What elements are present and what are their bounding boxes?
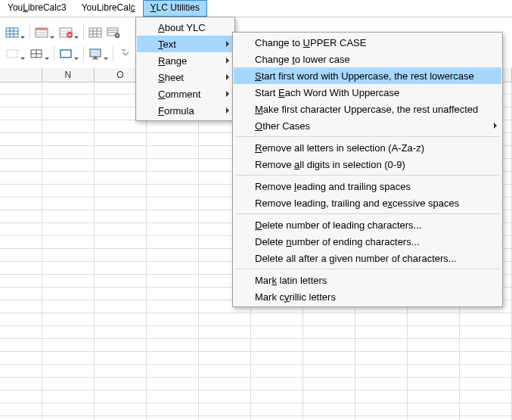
cell[interactable]	[355, 365, 408, 378]
cell[interactable]	[0, 223, 42, 236]
toolbar-btn-table-remove[interactable]	[57, 24, 80, 41]
cell[interactable]	[95, 365, 147, 378]
cell[interactable]	[42, 390, 95, 403]
cell[interactable]	[42, 107, 95, 120]
cell[interactable]	[147, 300, 199, 313]
cell[interactable]	[0, 326, 42, 339]
cell[interactable]	[147, 210, 199, 223]
cell[interactable]	[303, 403, 355, 416]
cell[interactable]	[95, 300, 147, 313]
cell[interactable]	[0, 120, 42, 133]
cell[interactable]	[42, 352, 95, 365]
cell[interactable]	[0, 390, 42, 403]
cell[interactable]	[0, 275, 42, 288]
cell[interactable]	[147, 288, 199, 300]
cell[interactable]	[408, 313, 460, 326]
cell[interactable]	[408, 390, 460, 403]
cell[interactable]	[42, 185, 95, 198]
menu-item[interactable]: Delete all after a given number of chara…	[234, 250, 501, 266]
cell[interactable]	[95, 249, 147, 262]
menu-item[interactable]: Range	[137, 52, 234, 69]
cell[interactable]	[460, 378, 512, 390]
menu-item[interactable]: Make first character Uppercase, the rest…	[234, 101, 501, 117]
cell[interactable]	[199, 313, 251, 326]
cell[interactable]	[95, 275, 147, 288]
cell[interactable]	[147, 365, 199, 378]
cell[interactable]	[199, 403, 251, 416]
toolbar-btn-table-grid[interactable]	[87, 24, 104, 41]
cell[interactable]	[95, 352, 147, 365]
cell[interactable]	[0, 146, 42, 159]
cell[interactable]	[147, 185, 199, 198]
menu-ylc-utilities[interactable]: YLC Utilities	[143, 0, 207, 17]
cell[interactable]	[0, 300, 42, 313]
cell[interactable]	[42, 326, 95, 339]
cell[interactable]	[147, 146, 199, 159]
cell[interactable]	[0, 339, 42, 352]
menu-item[interactable]: Formula	[137, 102, 234, 119]
cell[interactable]	[355, 326, 408, 339]
cell[interactable]	[0, 159, 42, 172]
cell[interactable]	[0, 313, 42, 326]
cell[interactable]	[95, 378, 147, 390]
cell[interactable]	[42, 82, 95, 95]
cell[interactable]	[95, 146, 147, 159]
cell[interactable]	[0, 352, 42, 365]
cell[interactable]	[460, 352, 512, 365]
cell[interactable]	[42, 378, 95, 390]
cell[interactable]	[95, 326, 147, 339]
menu-item[interactable]: Change to lower case	[234, 51, 501, 67]
cell[interactable]	[147, 172, 199, 185]
cell[interactable]	[355, 313, 408, 326]
cell[interactable]	[42, 120, 95, 133]
toolbar-btn-screen[interactable]	[87, 45, 110, 62]
cell[interactable]	[95, 210, 147, 223]
cell[interactable]	[408, 365, 460, 378]
toolbar-btn-borders[interactable]	[28, 45, 51, 62]
cell[interactable]	[460, 390, 512, 403]
cell[interactable]	[147, 120, 199, 133]
cell[interactable]	[303, 313, 355, 326]
cell[interactable]	[303, 390, 355, 403]
cell[interactable]	[251, 378, 303, 390]
cell[interactable]	[0, 249, 42, 262]
cell[interactable]	[251, 339, 303, 352]
cell[interactable]	[147, 403, 199, 416]
cell[interactable]	[303, 365, 355, 378]
cell[interactable]	[460, 416, 512, 420]
menu-youlibrecalc3[interactable]: YouLibreCalc3	[0, 0, 74, 17]
cell[interactable]	[95, 288, 147, 300]
menu-item[interactable]: Sheet	[137, 69, 234, 86]
cell[interactable]	[42, 288, 95, 300]
cell[interactable]	[251, 403, 303, 416]
cell[interactable]	[0, 403, 42, 416]
cell[interactable]	[303, 326, 355, 339]
cell[interactable]	[95, 172, 147, 185]
cell[interactable]	[42, 300, 95, 313]
cell[interactable]	[408, 403, 460, 416]
cell[interactable]	[408, 416, 460, 420]
menu-item[interactable]: Start Each Word With Uppercase	[234, 84, 501, 101]
menu-item[interactable]: Remove leading and trailing spaces	[234, 178, 501, 194]
toolbar-btn-overflow[interactable]	[116, 45, 133, 62]
cell[interactable]	[303, 416, 355, 420]
menu-item[interactable]: Delete number of ending characters...	[234, 233, 501, 250]
cell[interactable]	[0, 172, 42, 185]
cell[interactable]	[0, 236, 42, 249]
cell[interactable]	[355, 352, 408, 365]
cell[interactable]	[95, 403, 147, 416]
cell[interactable]	[95, 416, 147, 420]
cell[interactable]	[95, 236, 147, 249]
cell[interactable]	[355, 339, 408, 352]
cell[interactable]	[42, 275, 95, 288]
menu-item[interactable]: Text	[137, 36, 234, 52]
cell[interactable]	[199, 326, 251, 339]
cell[interactable]	[42, 416, 95, 420]
cell[interactable]	[0, 365, 42, 378]
menu-item[interactable]: Mark latin letters	[234, 272, 501, 288]
cell[interactable]	[42, 262, 95, 275]
cell[interactable]	[251, 390, 303, 403]
cell[interactable]	[460, 365, 512, 378]
menu-item[interactable]: Comment	[137, 86, 234, 102]
cell[interactable]	[147, 236, 199, 249]
